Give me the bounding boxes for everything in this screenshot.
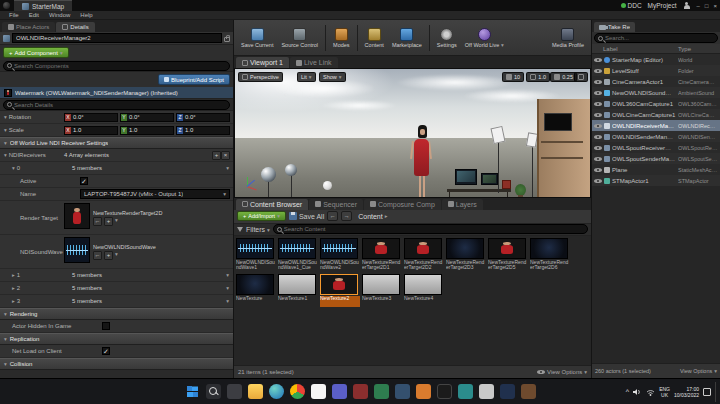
content-button[interactable]: Content [362, 26, 387, 50]
maximize-button[interactable]: □ [705, 3, 709, 9]
visibility-eye-icon[interactable] [594, 79, 602, 85]
actor-hidden-checkbox[interactable] [102, 322, 110, 330]
actor-name-field[interactable]: OWLNDIReceiverManager2 [12, 33, 222, 43]
outliner-row[interactable]: OWLSpoutReceiverManagerOWLSpoutReceiverM… [592, 142, 720, 153]
tab-live-link[interactable]: Live Link [290, 57, 338, 68]
blueprint-add-script-button[interactable]: Blueprint/Add Script [158, 74, 230, 85]
browse-to-asset-button[interactable]: ← [93, 217, 102, 226]
outliner-row-selected[interactable]: OWLNDIReceiverManager2OWLNDIReceiverMana… [592, 120, 720, 131]
tab-layers[interactable]: Layers [442, 199, 483, 210]
outliner-row[interactable]: OWL360CamCapture1OWL360CamCapture [592, 98, 720, 109]
project-name[interactable]: MyProject [648, 2, 677, 9]
app-icon[interactable] [311, 384, 326, 399]
app-icon[interactable] [458, 384, 473, 399]
rotation-z-field[interactable]: Z0.0° [176, 113, 230, 122]
asset-tile-render-target[interactable]: NewTextureRenderTarget2D3 [446, 238, 486, 272]
app-icon[interactable] [395, 384, 410, 399]
menu-window[interactable]: Window [44, 12, 75, 18]
user-account-icon[interactable] [683, 2, 691, 10]
app-icon[interactable] [500, 384, 515, 399]
volume-icon[interactable] [633, 388, 642, 396]
visibility-eye-icon[interactable] [594, 134, 602, 140]
tab-viewport-1[interactable]: Viewport 1 [236, 57, 289, 68]
section-collision[interactable]: ▾Collision [0, 358, 233, 370]
outliner-row[interactable]: STMapActor1STMapActor [592, 175, 720, 186]
search-components-input[interactable] [14, 63, 226, 69]
lock-icon[interactable] [224, 37, 230, 42]
back-button[interactable]: ← [327, 211, 338, 221]
save-all-button[interactable]: Save All [289, 212, 324, 220]
tab-content-browser[interactable]: Content Browser [236, 199, 308, 210]
column-type[interactable]: Type [678, 46, 718, 52]
array-element-0[interactable]: ▾0 5 members ▾ [0, 162, 233, 175]
visibility-eye-icon[interactable] [594, 57, 602, 63]
add-import-button[interactable]: +Add/Import▾ [237, 211, 286, 221]
rotation-y-field[interactable]: Y0.0° [120, 113, 174, 122]
notification-center-icon[interactable] [703, 388, 711, 396]
rotation-x-field[interactable]: X0.0° [64, 113, 118, 122]
tab-place-actors[interactable]: Place Actors [2, 22, 55, 32]
save-current-button[interactable]: Save Current [238, 26, 276, 50]
marketplace-button[interactable]: Marketplace [389, 26, 425, 50]
modes-button[interactable]: Modes [330, 26, 353, 50]
asset-tile-texture[interactable]: NewTexture [236, 274, 276, 308]
outliner-row[interactable]: CineCameraActor1CineCameraActor [592, 76, 720, 87]
app-icon[interactable] [416, 384, 431, 399]
visibility-eye-icon[interactable] [594, 123, 602, 129]
language-indicator[interactable]: ENGUK [659, 386, 670, 398]
outliner-row[interactable]: PlaneStaticMeshActor [592, 164, 720, 175]
taskbar-search-icon[interactable] [206, 384, 221, 399]
use-selected-asset-button[interactable]: + [104, 251, 113, 260]
browse-to-asset-button[interactable]: ← [93, 251, 102, 260]
network-icon[interactable] [646, 388, 655, 396]
level-tab-startermap[interactable]: StarterMap [14, 0, 72, 11]
forward-button[interactable]: → [341, 211, 352, 221]
tab-take-recorder[interactable]: Take Re [594, 22, 635, 32]
column-label[interactable]: Label [603, 46, 678, 52]
asset-tile-render-target[interactable]: NewTextureRenderTarget2D1 [362, 238, 402, 272]
settings-button[interactable]: Settings [434, 26, 460, 50]
scale-z-field[interactable]: Z1.0 [176, 126, 230, 135]
add-array-element-button[interactable]: + [212, 151, 221, 160]
start-button[interactable] [185, 384, 200, 399]
media-profile-button[interactable]: Media Profile [549, 26, 587, 50]
use-selected-asset-button[interactable]: + [104, 217, 113, 226]
soundwave-thumbnail[interactable] [64, 237, 90, 263]
minimize-button[interactable]: – [697, 3, 700, 9]
app-icon[interactable] [332, 384, 347, 399]
outliner-row[interactable]: StarterMap (Editor)World [592, 54, 720, 65]
unreal-engine-icon[interactable] [437, 384, 452, 399]
section-replication[interactable]: ▾Replication [0, 333, 233, 345]
clear-array-button[interactable]: × [221, 151, 230, 160]
asset-tile-render-target[interactable]: NewTextureRenderTarget2D6 [530, 238, 570, 272]
tab-composure[interactable]: Composure Comp [364, 199, 441, 210]
chrome-icon[interactable] [290, 384, 305, 399]
asset-tile-texture[interactable]: NewTexture4 [404, 274, 444, 308]
component-watermark[interactable]: Watermark (OWLWatermark_NDISenderManager… [0, 87, 233, 99]
menu-edit[interactable]: Edit [24, 12, 44, 18]
array-element-2[interactable]: ▸2 5 members ▾ [0, 282, 233, 295]
show-desktop-button[interactable] [715, 382, 718, 402]
visibility-eye-icon[interactable] [594, 145, 602, 151]
visibility-eye-icon[interactable] [594, 101, 602, 107]
view-options-button[interactable]: View Options▾ [537, 369, 587, 375]
scale-x-field[interactable]: X1.0 [64, 126, 118, 135]
clock[interactable]: 17:0010/03/2022 [674, 386, 699, 398]
maximize-viewport-button[interactable] [574, 72, 588, 82]
asset-tile-render-target[interactable]: NewTextureRenderTarget2D2 [404, 238, 444, 272]
ndi-source-dropdown[interactable]: LAPTOP-T95487JV (vMix - Output 1)▾ [80, 189, 230, 199]
outliner-row[interactable]: LevelStuffFolder [592, 65, 720, 76]
app-icon[interactable] [374, 384, 389, 399]
perspective-dropdown[interactable]: Perspective [238, 72, 283, 82]
grid-snap-button[interactable]: 10 [502, 72, 524, 82]
net-load-checkbox[interactable]: ✓ [102, 347, 110, 355]
asset-tile-audio[interactable]: NewOWLNDISoundWave2 [320, 238, 360, 272]
tray-overflow-caret[interactable]: ^ [626, 388, 629, 395]
show-dropdown[interactable]: Show▾ [319, 72, 346, 82]
outliner-row[interactable]: OWLSpoutSenderManagerOWLSpoutSenderManag… [592, 153, 720, 164]
visibility-eye-icon[interactable] [594, 156, 602, 162]
visibility-eye-icon[interactable] [594, 167, 602, 173]
visibility-eye-icon[interactable] [594, 112, 602, 118]
tab-sequencer[interactable]: Sequencer [309, 199, 363, 210]
off-world-live-button[interactable]: Off World Live ▾ [462, 26, 507, 50]
